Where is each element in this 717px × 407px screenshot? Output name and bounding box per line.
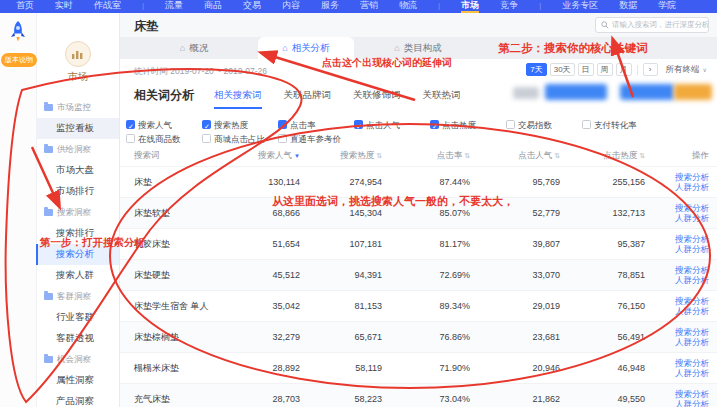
date-range-月[interactable]: 月	[616, 63, 632, 76]
metric-label: 点击率	[290, 118, 316, 132]
metric-checkbox-商城点击占比[interactable]: 商城点击占比	[202, 132, 278, 146]
sidebar-item-搜索排行[interactable]: 搜索排行	[36, 223, 119, 244]
nav-item-物流[interactable]: 物流	[399, 0, 417, 13]
date-range-30天[interactable]: 30天	[550, 63, 575, 76]
nav-item-作战室[interactable]: 作战室	[94, 0, 121, 13]
checkbox-unchecked[interactable]	[582, 120, 591, 129]
metric-checkbox-交易指数[interactable]: 交易指数	[506, 118, 582, 132]
related-tab-关联修饰词[interactable]: 关联修饰词	[353, 89, 401, 109]
nav-item-营销[interactable]: 营销	[360, 0, 378, 13]
sidebar-item-市场排行[interactable]: 市场排行	[36, 181, 119, 202]
checkbox-checked[interactable]	[430, 120, 439, 129]
checkbox-checked[interactable]	[354, 120, 363, 129]
date-range-7天[interactable]: 7天	[526, 63, 546, 76]
search-input[interactable]: 请输入搜索词，进行深度分析	[595, 17, 709, 33]
cell-ctr: 85.07%	[388, 208, 476, 218]
nav-item-市场[interactable]: 市场	[461, 0, 479, 13]
sidebar-item-产品洞察[interactable]: 产品洞察	[36, 391, 119, 407]
checkbox-unchecked[interactable]	[506, 120, 515, 129]
action-link-人群分析[interactable]: 人群分析	[651, 213, 709, 223]
sort-toggle-icon[interactable]: ⇅	[639, 152, 645, 159]
column-header-点击率[interactable]: 点击率⇅	[388, 150, 476, 162]
sidebar-item-属性洞察[interactable]: 属性洞察	[36, 370, 119, 391]
nav-item-学院[interactable]: 学院	[658, 0, 676, 13]
cell-ctr: 72.69%	[388, 270, 476, 280]
metric-checkbox-搜索热度[interactable]: 搜索热度	[202, 118, 278, 132]
tab-相关分析[interactable]: ⌂相关分析	[258, 37, 354, 59]
column-header-点击热度[interactable]: 点击热度⇅	[566, 150, 651, 162]
sidebar-item-行业客群[interactable]: 行业客群	[36, 307, 119, 328]
metric-checkbox-在线商品数[interactable]: 在线商品数	[126, 132, 202, 146]
sort-toggle-icon[interactable]: ⇅	[464, 152, 470, 159]
blurred-control[interactable]	[513, 87, 539, 99]
action-link-人群分析[interactable]: 人群分析	[651, 399, 709, 407]
sort-toggle-icon[interactable]: ⇅	[554, 152, 560, 159]
blurred-button-orange[interactable]	[674, 84, 712, 100]
tab-类目构成[interactable]: ⌂类目构成	[370, 37, 466, 59]
date-range-日[interactable]: 日	[578, 63, 594, 76]
action-link-人群分析[interactable]: 人群分析	[651, 337, 709, 347]
nav-item-内容[interactable]: 内容	[282, 0, 300, 13]
checkbox-checked[interactable]	[278, 120, 287, 129]
terminal-filter-dropdown[interactable]: 所有终端∨	[666, 64, 707, 76]
nav-item-竞争[interactable]: 竞争	[500, 0, 518, 13]
version-badge[interactable]: 版本说明	[1, 53, 37, 67]
tab-概况[interactable]: ⌂概况	[146, 37, 242, 59]
action-link-搜索分析[interactable]: 搜索分析	[651, 172, 709, 182]
action-link-人群分析[interactable]: 人群分析	[651, 306, 709, 316]
related-tab-关联热词[interactable]: 关联热词	[423, 89, 461, 109]
metric-checkbox-支付转化率[interactable]: 支付转化率	[582, 118, 658, 132]
metric-checkbox-点击热度[interactable]: 点击热度	[430, 118, 506, 132]
sort-desc-icon[interactable]: ▼	[294, 153, 300, 159]
metric-checkbox-点击人气[interactable]: 点击人气	[354, 118, 430, 132]
next-period-button[interactable]: ›	[643, 63, 658, 76]
metric-checkbox-搜索人气[interactable]: 搜索人气	[126, 118, 202, 132]
action-link-搜索分析[interactable]: 搜索分析	[651, 234, 709, 244]
title-row: 床垫 请输入搜索词，进行深度分析	[120, 13, 717, 37]
action-link-人群分析[interactable]: 人群分析	[651, 182, 709, 192]
action-link-人群分析[interactable]: 人群分析	[651, 244, 709, 254]
sidebar-item-市场大盘[interactable]: 市场大盘	[36, 160, 119, 181]
column-header-搜索人气[interactable]: 搜索人气▼	[248, 150, 306, 162]
sidebar-item-监控看板[interactable]: 监控看板	[36, 118, 119, 139]
nav-item-业务专区[interactable]: 业务专区	[562, 0, 598, 13]
action-link-搜索分析[interactable]: 搜索分析	[651, 203, 709, 213]
column-header-搜索词: 搜索词	[120, 150, 248, 162]
nav-item-数据[interactable]: 数据	[619, 0, 637, 13]
blurred-button-blue[interactable]	[620, 84, 674, 100]
nav-item-流量[interactable]: 流量	[165, 0, 183, 13]
column-header-搜索热度[interactable]: 搜索热度⇅	[306, 150, 388, 162]
nav-item-商品[interactable]: 商品	[204, 0, 222, 13]
table-row: 床垫棕榈垫32,27965,67176.86%23,68156,491搜索分析人…	[120, 321, 717, 352]
checkbox-unchecked[interactable]	[202, 134, 211, 143]
checkbox-checked[interactable]	[202, 120, 211, 129]
action-link-搜索分析[interactable]: 搜索分析	[651, 327, 709, 337]
related-tab-相关搜索词[interactable]: 相关搜索词	[214, 89, 262, 109]
action-link-搜索分析[interactable]: 搜索分析	[651, 265, 709, 275]
checkbox-checked[interactable]	[126, 120, 135, 129]
nav-item-交易[interactable]: 交易	[243, 0, 261, 13]
action-link-搜索分析[interactable]: 搜索分析	[651, 389, 709, 399]
sidebar-item-搜索人群[interactable]: 搜索人群	[36, 265, 119, 286]
action-link-搜索分析[interactable]: 搜索分析	[651, 358, 709, 368]
blurred-button-blue[interactable]	[545, 84, 607, 100]
nav-item-实时[interactable]: 实时	[55, 0, 73, 13]
metric-checkbox-直通车参考价[interactable]: 直通车参考价	[278, 132, 354, 146]
cell-search_popularity: 28,703	[248, 394, 306, 404]
action-link-人群分析[interactable]: 人群分析	[651, 368, 709, 378]
column-header-点击人气[interactable]: 点击人气⇅	[476, 150, 566, 162]
checkbox-unchecked[interactable]	[126, 134, 135, 143]
action-link-人群分析[interactable]: 人群分析	[651, 275, 709, 285]
nav-item-服务[interactable]: 服务	[321, 0, 339, 13]
related-tab-关联品牌词[interactable]: 关联品牌词	[284, 89, 332, 109]
sidebar-item-搜索分析[interactable]: 搜索分析	[36, 244, 119, 265]
nav-separator: |	[539, 0, 541, 13]
sort-toggle-icon[interactable]: ⇅	[376, 152, 382, 159]
date-range-周[interactable]: 周	[597, 63, 613, 76]
nav-item-首页[interactable]: 首页	[16, 0, 34, 13]
table-row: 床垫学生宿舍 单人35,04281,15389.34%29,01976,150搜…	[120, 290, 717, 321]
checkbox-unchecked[interactable]	[278, 134, 287, 143]
metric-checkbox-点击率[interactable]: 点击率	[278, 118, 354, 132]
sidebar-item-客群透视[interactable]: 客群透视	[36, 328, 119, 349]
action-link-搜索分析[interactable]: 搜索分析	[651, 296, 709, 306]
